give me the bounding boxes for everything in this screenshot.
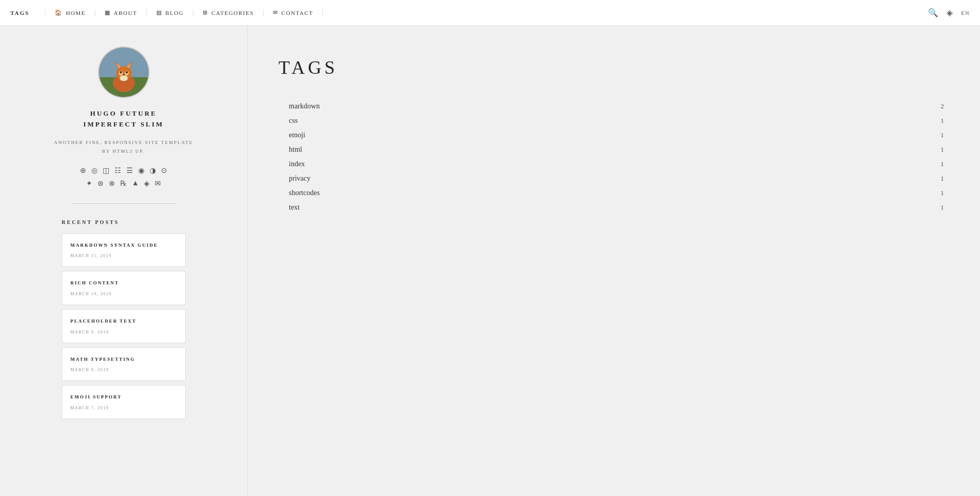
- flickr-icon[interactable]: ◫: [103, 166, 109, 175]
- nav-label-home: HOME: [66, 10, 86, 16]
- telegram-icon[interactable]: ⊗: [109, 179, 115, 188]
- orcid-icon[interactable]: ◈: [144, 179, 150, 188]
- tags-list: markdown 2 css 1 emoji 1 html 1 index 1 …: [279, 99, 949, 215]
- post-card-title: EMOJI SUPPORT: [71, 394, 177, 401]
- nav-item-home[interactable]: 🏠 HOME: [45, 9, 95, 16]
- tag-count: 2: [941, 102, 950, 110]
- tag-count: 1: [941, 189, 950, 197]
- nav-label-about: ABOUT: [114, 10, 137, 16]
- nav-link-home[interactable]: 🏠 HOME: [55, 9, 86, 16]
- blog-icon: ▤: [156, 9, 162, 16]
- instagram-icon[interactable]: ⊙: [161, 166, 167, 175]
- post-card-date: MARCH 8, 2019: [71, 367, 177, 372]
- page-layout: HUGO FUTURE IMPERFECT SLIM ANOTHER FINE,…: [0, 26, 980, 496]
- post-card-title: PLACEHOLDER TEXT: [71, 318, 177, 325]
- page-title: TAGS: [279, 57, 949, 78]
- linkedin-icon[interactable]: ☷: [115, 166, 121, 175]
- avatar-image: [99, 47, 149, 97]
- nav-item-contact[interactable]: ✉ CONTACT: [263, 9, 323, 16]
- github-icon[interactable]: ◎: [91, 166, 97, 175]
- tag-count: 1: [941, 174, 950, 183]
- site-title: HUGO FUTURE IMPERFECT SLIM: [83, 108, 164, 130]
- recent-posts-section: RECENT POSTS MARKDOWN SYNTAX GUIDE MARCH…: [62, 219, 186, 423]
- tag-count: 1: [941, 131, 950, 139]
- search-icon[interactable]: 🔍: [928, 8, 938, 18]
- list-item: emoji 1: [289, 128, 949, 142]
- tag-link[interactable]: shortcodes: [289, 189, 320, 197]
- tag-count: 1: [941, 203, 950, 212]
- nav-label-categories: CATEGORIES: [211, 10, 254, 16]
- avatar: [98, 46, 150, 98]
- tag-link[interactable]: privacy: [289, 174, 311, 183]
- rss-icon[interactable]: ⊕: [80, 166, 86, 175]
- contact-icon: ✉: [273, 9, 279, 16]
- post-card[interactable]: MARKDOWN SYNTAX GUIDE MARCH 11, 2019: [62, 233, 186, 267]
- nav-link-contact[interactable]: ✉ CONTACT: [273, 9, 313, 16]
- share-icon[interactable]: ◈: [946, 8, 953, 18]
- post-card[interactable]: PLACEHOLDER TEXT MARCH 9, 2019: [62, 309, 186, 343]
- post-card-title: MARKDOWN SYNTAX GUIDE: [71, 242, 177, 249]
- site-credit: BY HTML5 UP.: [102, 149, 145, 154]
- tag-count: 1: [941, 146, 950, 154]
- about-icon: ▦: [105, 9, 111, 16]
- sidebar-divider: [72, 203, 175, 204]
- tag-link[interactable]: css: [289, 117, 298, 125]
- post-card-title: RICH CONTENT: [71, 280, 177, 286]
- list-item: index 1: [289, 157, 949, 171]
- list-item: css 1: [289, 114, 949, 128]
- site-subtitle: ANOTHER FINE, RESPONSIVE SITE TEMPLATE: [54, 138, 193, 147]
- nav-right: 🔍 ◈ EN: [928, 8, 970, 18]
- nav-label-blog: BLOG: [165, 10, 184, 16]
- email-icon[interactable]: ✉: [155, 179, 161, 188]
- svg-point-11: [120, 71, 122, 73]
- tag-link[interactable]: emoji: [289, 131, 305, 139]
- list-item: privacy 1: [289, 171, 949, 186]
- tag-link[interactable]: text: [289, 203, 300, 212]
- sidebar: HUGO FUTURE IMPERFECT SLIM ANOTHER FINE,…: [0, 26, 248, 496]
- post-card-date: MARCH 10, 2019: [71, 292, 177, 296]
- nav-link-about[interactable]: ▦ ABOUT: [105, 9, 137, 16]
- navbar: TAGS 🏠 HOME ▦ ABOUT ▤ BLOG ⊞ CATEGORIES: [0, 0, 980, 26]
- svg-point-14: [120, 75, 127, 82]
- home-icon: 🏠: [55, 9, 63, 16]
- svg-point-12: [125, 71, 127, 73]
- social-icons-row2: ✦ ⊛ ⊗ ℞ ▲ ◈ ✉: [86, 179, 161, 188]
- nav-label-contact: CONTACT: [282, 10, 314, 16]
- list-item: html 1: [289, 142, 949, 157]
- linkedin2-icon[interactable]: ☰: [126, 166, 133, 175]
- nav-brand: TAGS: [10, 10, 29, 16]
- nav-item-categories[interactable]: ⊞ CATEGORIES: [193, 9, 263, 16]
- social-icons-row1: ⊕ ◎ ◫ ☷ ☰ ◉ ◑ ⊙: [80, 166, 167, 175]
- nav-links: 🏠 HOME ▦ ABOUT ▤ BLOG ⊞ CATEGORIES ✉: [45, 9, 928, 16]
- nav-link-categories[interactable]: ⊞ CATEGORIES: [203, 9, 254, 16]
- recent-posts-title: RECENT POSTS: [62, 219, 186, 225]
- list-item: text 1: [289, 200, 949, 215]
- tag-link[interactable]: html: [289, 146, 302, 154]
- reddit-icon[interactable]: ◑: [150, 166, 156, 175]
- post-card[interactable]: RICH CONTENT MARCH 10, 2019: [62, 271, 186, 305]
- tag-link[interactable]: markdown: [289, 102, 320, 110]
- post-card[interactable]: EMOJI SUPPORT MARCH 7, 2019: [62, 385, 186, 419]
- tag-count: 1: [941, 160, 950, 168]
- nav-link-blog[interactable]: ▤ BLOG: [156, 9, 184, 16]
- pinterest-icon[interactable]: ⊛: [97, 179, 104, 188]
- twitter-icon[interactable]: ✦: [86, 179, 92, 188]
- main-content: TAGS markdown 2 css 1 emoji 1 html 1 ind…: [248, 26, 980, 496]
- post-card-date: MARCH 9, 2019: [71, 330, 177, 334]
- categories-icon: ⊞: [203, 9, 208, 16]
- post-card-date: MARCH 11, 2019: [71, 253, 177, 258]
- nav-item-about[interactable]: ▦ ABOUT: [95, 9, 146, 16]
- post-cards: MARKDOWN SYNTAX GUIDE MARCH 11, 2019 RIC…: [62, 233, 186, 419]
- post-card[interactable]: MATH TYPESETTING MARCH 8, 2019: [62, 347, 186, 381]
- post-card-date: MARCH 7, 2019: [71, 406, 177, 410]
- list-item: markdown 2: [289, 99, 949, 114]
- nav-item-blog[interactable]: ▤ BLOG: [146, 9, 193, 16]
- academia-icon[interactable]: ▲: [132, 179, 139, 188]
- list-item: shortcodes 1: [289, 186, 949, 200]
- post-card-title: MATH TYPESETTING: [71, 356, 177, 363]
- tag-count: 1: [941, 117, 950, 125]
- tag-link[interactable]: index: [289, 160, 305, 168]
- facebook-icon[interactable]: ◉: [138, 166, 144, 175]
- lang-switcher[interactable]: EN: [961, 10, 970, 16]
- researchgate-icon[interactable]: ℞: [120, 179, 127, 188]
